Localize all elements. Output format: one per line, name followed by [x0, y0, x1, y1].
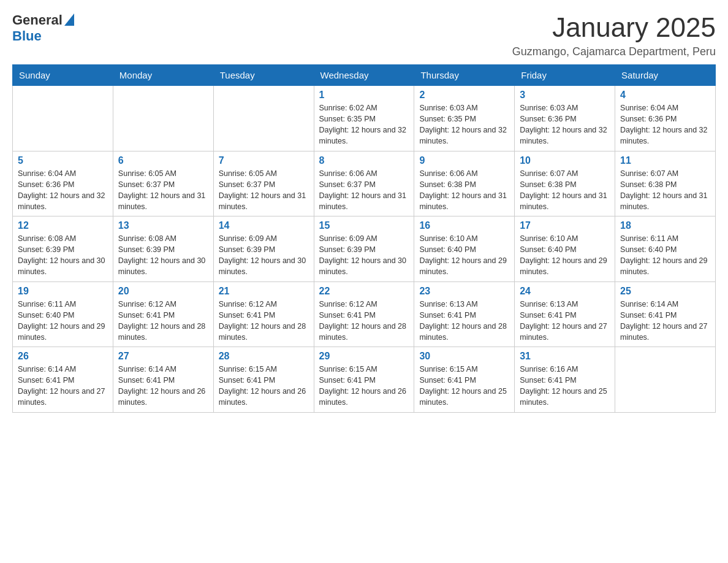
logo-general: General — [12, 12, 63, 28]
calendar-cell: 19Sunrise: 6:11 AMSunset: 6:40 PMDayligh… — [13, 282, 113, 347]
calendar-week-row: 19Sunrise: 6:11 AMSunset: 6:40 PMDayligh… — [13, 282, 716, 347]
calendar-cell: 26Sunrise: 6:14 AMSunset: 6:41 PMDayligh… — [13, 347, 113, 413]
day-number: 3 — [520, 90, 610, 101]
day-number: 10 — [520, 155, 610, 166]
day-number: 7 — [219, 155, 309, 166]
day-number: 20 — [118, 286, 208, 297]
day-number: 14 — [219, 220, 309, 231]
day-number: 19 — [18, 286, 108, 297]
logo: General Blue — [12, 12, 74, 44]
day-number: 9 — [419, 155, 509, 166]
calendar-cell: 25Sunrise: 6:14 AMSunset: 6:41 PMDayligh… — [615, 282, 716, 347]
day-number: 18 — [620, 220, 710, 231]
day-info: Sunrise: 6:15 AMSunset: 6:41 PMDaylight:… — [419, 364, 509, 408]
month-title: January 2025 — [512, 12, 716, 43]
day-info: Sunrise: 6:14 AMSunset: 6:41 PMDaylight:… — [620, 299, 710, 343]
day-number: 30 — [419, 351, 509, 362]
day-number: 13 — [118, 220, 208, 231]
calendar-table: SundayMondayTuesdayWednesdayThursdayFrid… — [12, 64, 716, 413]
day-number: 4 — [620, 90, 710, 101]
day-info: Sunrise: 6:10 AMSunset: 6:40 PMDaylight:… — [520, 233, 610, 278]
day-info: Sunrise: 6:03 AMSunset: 6:35 PMDaylight:… — [419, 102, 509, 147]
calendar-week-row: 1Sunrise: 6:02 AMSunset: 6:35 PMDaylight… — [13, 86, 716, 151]
calendar-week-row: 5Sunrise: 6:04 AMSunset: 6:36 PMDaylight… — [13, 151, 716, 216]
calendar-cell: 1Sunrise: 6:02 AMSunset: 6:35 PMDaylight… — [314, 86, 414, 151]
calendar-cell — [113, 86, 213, 151]
day-number: 11 — [620, 155, 710, 166]
day-number: 23 — [419, 286, 509, 297]
calendar-cell: 6Sunrise: 6:05 AMSunset: 6:37 PMDaylight… — [113, 151, 213, 216]
page-header: General Blue January 2025 Guzmango, Caja… — [12, 12, 716, 58]
calendar-cell: 3Sunrise: 6:03 AMSunset: 6:36 PMDaylight… — [515, 86, 615, 151]
day-info: Sunrise: 6:07 AMSunset: 6:38 PMDaylight:… — [520, 168, 610, 213]
day-info: Sunrise: 6:04 AMSunset: 6:36 PMDaylight:… — [18, 168, 108, 213]
calendar-cell: 11Sunrise: 6:07 AMSunset: 6:38 PMDayligh… — [615, 151, 716, 216]
title-section: January 2025 Guzmango, Cajamarca Departm… — [512, 12, 716, 58]
day-number: 25 — [620, 286, 710, 297]
day-number: 24 — [520, 286, 610, 297]
day-info: Sunrise: 6:12 AMSunset: 6:41 PMDaylight:… — [118, 299, 208, 343]
calendar-cell: 22Sunrise: 6:12 AMSunset: 6:41 PMDayligh… — [314, 282, 414, 347]
calendar-cell: 2Sunrise: 6:03 AMSunset: 6:35 PMDaylight… — [414, 86, 515, 151]
day-number: 22 — [319, 286, 409, 297]
calendar-header-tuesday: Tuesday — [213, 65, 314, 86]
day-info: Sunrise: 6:03 AMSunset: 6:36 PMDaylight:… — [520, 102, 610, 147]
day-info: Sunrise: 6:06 AMSunset: 6:37 PMDaylight:… — [319, 168, 409, 213]
day-number: 31 — [520, 351, 610, 362]
calendar-header-thursday: Thursday — [414, 65, 515, 86]
calendar-cell: 28Sunrise: 6:15 AMSunset: 6:41 PMDayligh… — [213, 347, 314, 413]
calendar-cell: 29Sunrise: 6:15 AMSunset: 6:41 PMDayligh… — [314, 347, 414, 413]
calendar-cell: 16Sunrise: 6:10 AMSunset: 6:40 PMDayligh… — [414, 216, 515, 282]
day-number: 27 — [118, 351, 208, 362]
day-info: Sunrise: 6:06 AMSunset: 6:38 PMDaylight:… — [419, 168, 509, 213]
day-info: Sunrise: 6:09 AMSunset: 6:39 PMDaylight:… — [219, 233, 309, 278]
calendar-cell: 14Sunrise: 6:09 AMSunset: 6:39 PMDayligh… — [213, 216, 314, 282]
calendar-week-row: 26Sunrise: 6:14 AMSunset: 6:41 PMDayligh… — [13, 347, 716, 413]
day-info: Sunrise: 6:16 AMSunset: 6:41 PMDaylight:… — [520, 364, 610, 408]
calendar-week-row: 12Sunrise: 6:08 AMSunset: 6:39 PMDayligh… — [13, 216, 716, 282]
calendar-header-row: SundayMondayTuesdayWednesdayThursdayFrid… — [13, 65, 716, 86]
calendar-cell: 10Sunrise: 6:07 AMSunset: 6:38 PMDayligh… — [515, 151, 615, 216]
day-info: Sunrise: 6:12 AMSunset: 6:41 PMDaylight:… — [319, 299, 409, 343]
day-info: Sunrise: 6:08 AMSunset: 6:39 PMDaylight:… — [18, 233, 108, 278]
calendar-cell: 30Sunrise: 6:15 AMSunset: 6:41 PMDayligh… — [414, 347, 515, 413]
day-number: 6 — [118, 155, 208, 166]
calendar-cell: 13Sunrise: 6:08 AMSunset: 6:39 PMDayligh… — [113, 216, 213, 282]
calendar-cell: 17Sunrise: 6:10 AMSunset: 6:40 PMDayligh… — [515, 216, 615, 282]
day-number: 28 — [219, 351, 309, 362]
calendar-header-saturday: Saturday — [615, 65, 716, 86]
day-number: 17 — [520, 220, 610, 231]
day-number: 21 — [219, 286, 309, 297]
calendar-header-sunday: Sunday — [13, 65, 113, 86]
day-number: 1 — [319, 90, 409, 101]
day-info: Sunrise: 6:14 AMSunset: 6:41 PMDaylight:… — [18, 364, 108, 408]
day-info: Sunrise: 6:05 AMSunset: 6:37 PMDaylight:… — [118, 168, 208, 213]
day-info: Sunrise: 6:12 AMSunset: 6:41 PMDaylight:… — [219, 299, 309, 343]
day-info: Sunrise: 6:05 AMSunset: 6:37 PMDaylight:… — [219, 168, 309, 213]
day-info: Sunrise: 6:04 AMSunset: 6:36 PMDaylight:… — [620, 102, 710, 147]
calendar-cell: 20Sunrise: 6:12 AMSunset: 6:41 PMDayligh… — [113, 282, 213, 347]
calendar-cell: 5Sunrise: 6:04 AMSunset: 6:36 PMDaylight… — [13, 151, 113, 216]
calendar-cell: 24Sunrise: 6:13 AMSunset: 6:41 PMDayligh… — [515, 282, 615, 347]
logo-blue: Blue — [12, 28, 42, 44]
calendar-cell: 9Sunrise: 6:06 AMSunset: 6:38 PMDaylight… — [414, 151, 515, 216]
calendar-cell: 15Sunrise: 6:09 AMSunset: 6:39 PMDayligh… — [314, 216, 414, 282]
logo-arrow-icon — [64, 13, 74, 26]
day-number: 12 — [18, 220, 108, 231]
day-number: 29 — [319, 351, 409, 362]
day-number: 2 — [419, 90, 509, 101]
day-info: Sunrise: 6:13 AMSunset: 6:41 PMDaylight:… — [419, 299, 509, 343]
day-info: Sunrise: 6:15 AMSunset: 6:41 PMDaylight:… — [319, 364, 409, 408]
day-info: Sunrise: 6:11 AMSunset: 6:40 PMDaylight:… — [620, 233, 710, 278]
calendar-cell: 7Sunrise: 6:05 AMSunset: 6:37 PMDaylight… — [213, 151, 314, 216]
day-info: Sunrise: 6:10 AMSunset: 6:40 PMDaylight:… — [419, 233, 509, 278]
calendar-cell: 31Sunrise: 6:16 AMSunset: 6:41 PMDayligh… — [515, 347, 615, 413]
day-number: 5 — [18, 155, 108, 166]
calendar-cell — [13, 86, 113, 151]
day-info: Sunrise: 6:08 AMSunset: 6:39 PMDaylight:… — [118, 233, 208, 278]
calendar-cell: 18Sunrise: 6:11 AMSunset: 6:40 PMDayligh… — [615, 216, 716, 282]
calendar-cell: 23Sunrise: 6:13 AMSunset: 6:41 PMDayligh… — [414, 282, 515, 347]
calendar-cell: 12Sunrise: 6:08 AMSunset: 6:39 PMDayligh… — [13, 216, 113, 282]
day-info: Sunrise: 6:14 AMSunset: 6:41 PMDaylight:… — [118, 364, 208, 408]
calendar-header-monday: Monday — [113, 65, 213, 86]
